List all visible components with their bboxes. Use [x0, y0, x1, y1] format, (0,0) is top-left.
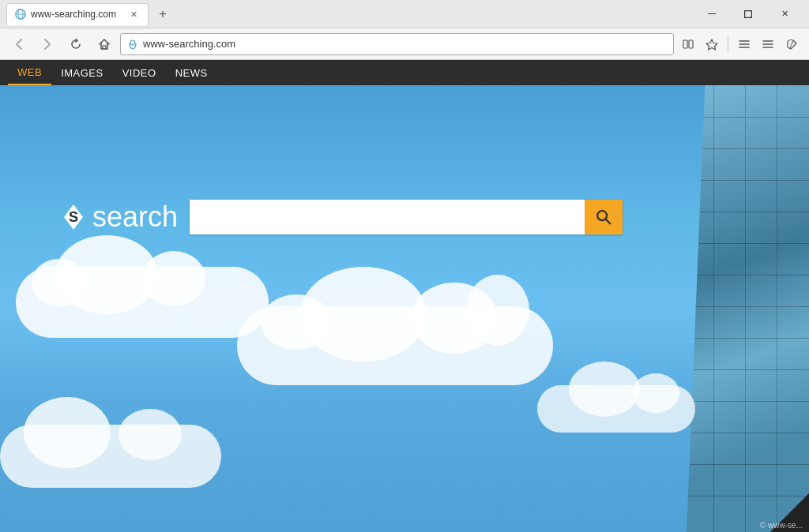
browser-chrome: www-searching.com ✕ + ✕ — [0, 0, 809, 60]
svg-line-20 — [606, 219, 611, 224]
search-button[interactable] — [585, 200, 623, 234]
nav-item-news[interactable]: NEWS — [166, 60, 217, 85]
nav-item-video[interactable]: VIDEO — [113, 60, 166, 85]
cloud-1 — [16, 267, 269, 338]
nav-item-images[interactable]: IMAGES — [51, 60, 113, 85]
more-button[interactable] — [757, 33, 779, 55]
back-button[interactable] — [6, 32, 32, 57]
logo-icon: S — [59, 203, 88, 231]
nav-menu: WEB IMAGES VIDEO NEWS — [0, 60, 809, 85]
address-text[interactable]: www-searching.com — [143, 38, 667, 50]
brand-logo: S search — [59, 200, 178, 234]
refresh-button[interactable] — [63, 32, 88, 57]
close-button[interactable]: ✕ — [766, 0, 803, 28]
address-bar-actions — [677, 33, 803, 55]
tab-favicon-icon — [15, 9, 26, 20]
window-controls: ✕ — [694, 0, 803, 28]
svg-rect-7 — [683, 40, 687, 48]
browser-tab[interactable]: www-searching.com ✕ — [6, 3, 149, 25]
tab-area: www-searching.com ✕ + — [6, 3, 694, 25]
cloud-4 — [0, 425, 221, 488]
separator — [728, 36, 728, 52]
favorites-button[interactable] — [701, 33, 723, 55]
address-bar: www-searching.com — [0, 28, 809, 59]
tab-title: www-searching.com — [31, 9, 116, 20]
main-content: S search © www-se... — [0, 85, 809, 532]
title-bar: www-searching.com ✕ + ✕ — [0, 0, 809, 28]
svg-marker-9 — [706, 39, 717, 50]
minimize-button[interactable] — [694, 0, 730, 28]
search-box-wrapper — [190, 200, 623, 234]
svg-point-6 — [130, 40, 135, 45]
svg-rect-8 — [689, 40, 693, 48]
logo-search-area: S search — [59, 200, 623, 234]
annotation-button[interactable] — [781, 33, 803, 55]
watermark: © www-se... — [760, 521, 803, 530]
building-grid-lines — [687, 85, 809, 532]
cloud-3 — [537, 385, 695, 433]
cloud-2 — [237, 306, 553, 385]
svg-rect-5 — [103, 46, 106, 49]
hub-button[interactable] — [733, 33, 755, 55]
maximize-button[interactable] — [730, 0, 766, 28]
building — [683, 85, 809, 532]
svg-text:S: S — [69, 209, 78, 225]
brand-name: search — [92, 200, 178, 234]
new-tab-button[interactable]: + — [152, 3, 174, 25]
search-button-icon — [595, 208, 612, 226]
nav-item-web[interactable]: WEB — [8, 60, 51, 85]
svg-rect-4 — [745, 10, 752, 17]
reading-view-button[interactable] — [677, 33, 699, 55]
tab-close-button[interactable]: ✕ — [127, 8, 140, 21]
address-input-wrapper[interactable]: www-searching.com — [120, 33, 674, 55]
site-security-icon — [127, 39, 138, 50]
forward-button[interactable] — [35, 32, 60, 57]
search-input[interactable] — [190, 200, 585, 234]
home-button[interactable] — [92, 32, 117, 57]
